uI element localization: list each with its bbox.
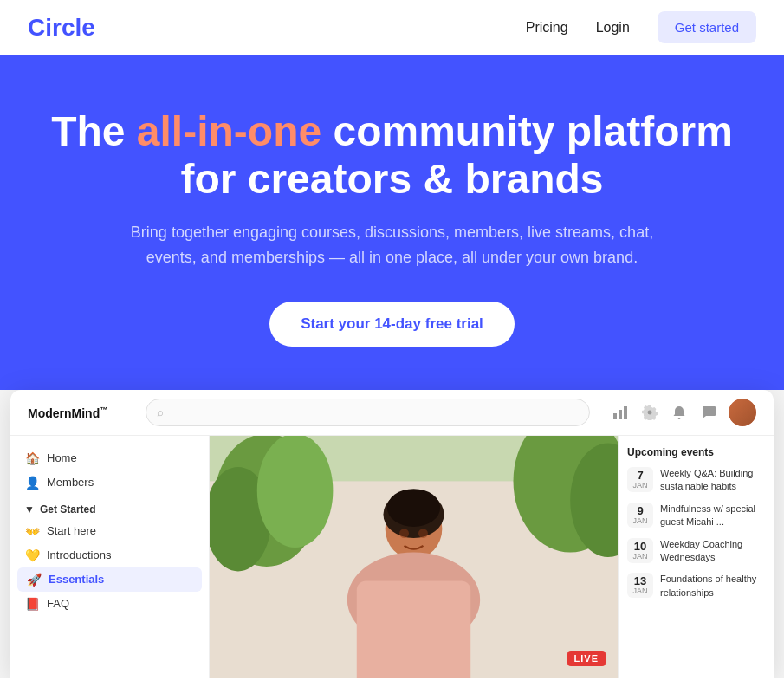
event-date-2: 9 JAN (627, 503, 653, 528)
app-window: ModernMind™ ⌕ (10, 390, 774, 678)
sidebar-item-introductions[interactable]: 💛 Introductions (10, 543, 209, 568)
chart-icon[interactable] (611, 403, 630, 422)
faq-icon: 📕 (24, 597, 40, 611)
sidebar-item-members[interactable]: 👤 Members (10, 470, 209, 495)
app-topbar: ModernMind™ ⌕ (10, 390, 774, 436)
svg-rect-0 (613, 413, 617, 419)
sidebar-item-faq[interactable]: 📕 FAQ (10, 592, 209, 616)
svg-rect-15 (357, 580, 470, 678)
event-text-3: Weekday Coaching Wednesdays (660, 538, 765, 565)
live-badge: LIVE (567, 651, 606, 666)
members-icon: 👤 (24, 476, 40, 490)
essentials-icon: 🚀 (26, 573, 42, 587)
event-text-4: Foundations of healthy relationships (660, 573, 765, 600)
svg-point-12 (387, 489, 440, 527)
event-item-4: 13 JAN Foundations of healthy relationsh… (627, 573, 765, 600)
svg-rect-1 (619, 410, 622, 419)
login-link[interactable]: Login (596, 20, 630, 36)
sidebar-item-home[interactable]: 🏠 Home (10, 446, 209, 470)
sidebar-item-start-here[interactable]: 👐 Start here (10, 519, 209, 543)
sidebar-item-essentials[interactable]: 🚀 Essentials (17, 568, 202, 592)
hero-title-before: The (51, 108, 137, 154)
avatar[interactable] (729, 399, 756, 426)
start-here-icon: 👐 (24, 524, 40, 538)
event-text-1: Weekly Q&A: Building sustainable habits (660, 467, 765, 494)
hero-subtitle: Bring together engaging courses, discuss… (107, 220, 678, 270)
app-sidebar: 🏠 Home 👤 Members ▼ Get Started 👐 Start h… (10, 436, 210, 678)
event-date-3: 10 JAN (627, 538, 653, 563)
app-events-panel: Upcoming events 7 JAN Weekly Q&A: Buildi… (618, 436, 774, 678)
event-item-1: 7 JAN Weekly Q&A: Building sustainable h… (627, 467, 765, 494)
app-preview: ModernMind™ ⌕ (0, 390, 784, 678)
app-body: 🏠 Home 👤 Members ▼ Get Started 👐 Start h… (10, 436, 774, 678)
event-date-1: 7 JAN (627, 467, 653, 492)
app-brand: ModernMind™ (28, 405, 132, 420)
event-date-4: 13 JAN (627, 573, 653, 598)
video-thumbnail: LIVE (210, 436, 618, 678)
get-started-button[interactable]: Get started (658, 11, 756, 43)
trial-button[interactable]: Start your 14-day free trial (269, 302, 515, 347)
app-search-bar[interactable]: ⌕ (146, 399, 590, 426)
svg-point-16 (399, 529, 409, 538)
introductions-icon: 💛 (24, 548, 40, 562)
event-text-2: Mindfulness w/ special guest Micahi ... (660, 503, 765, 529)
chevron-down-icon: ▼ (24, 503, 35, 516)
home-icon: 🏠 (24, 451, 40, 465)
navbar: Circle Pricing Login Get started (0, 0, 784, 55)
sidebar-section-get-started: ▼ Get Started (10, 495, 209, 519)
hero-title: The all-in-one community platform for cr… (28, 107, 756, 203)
logo[interactable]: Circle (28, 14, 95, 42)
pricing-link[interactable]: Pricing (526, 20, 568, 36)
events-panel-title: Upcoming events (627, 446, 765, 458)
chat-icon[interactable] (699, 403, 718, 422)
svg-point-17 (418, 529, 428, 538)
event-item-2: 9 JAN Mindfulness w/ special guest Micah… (627, 503, 765, 529)
hero-section: The all-in-one community platform for cr… (0, 55, 784, 390)
event-item-3: 10 JAN Weekday Coaching Wednesdays (627, 538, 765, 565)
svg-point-7 (257, 436, 334, 548)
navbar-right: Pricing Login Get started (526, 11, 756, 43)
topbar-icons (611, 399, 756, 426)
search-icon: ⌕ (157, 405, 164, 418)
bell-icon[interactable] (670, 403, 689, 422)
svg-rect-2 (624, 406, 627, 419)
gear-icon[interactable] (640, 403, 659, 422)
app-main-content: LIVE (210, 436, 618, 678)
hero-title-highlight: all-in-one (137, 108, 321, 154)
